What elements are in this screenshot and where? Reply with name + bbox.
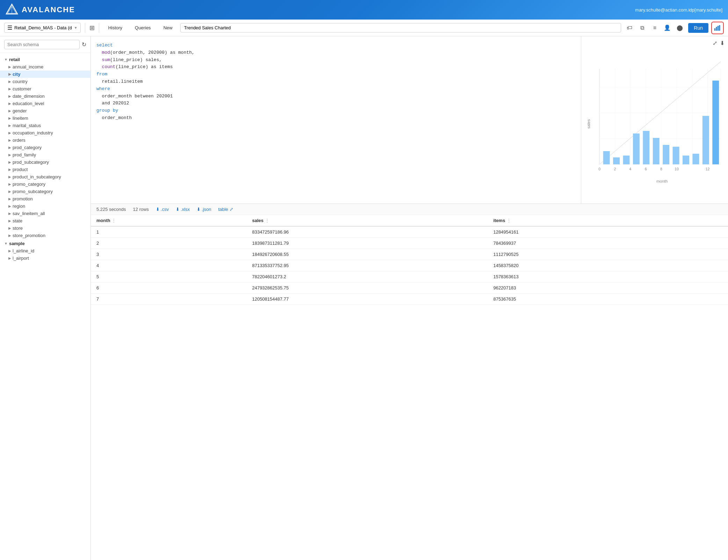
tree-item-prod_subcategory[interactable]: ▶ prod_subcategory xyxy=(0,159,90,166)
tree-item-product[interactable]: ▶ product xyxy=(0,166,90,173)
tree-item-l_airline_id[interactable]: ▶ l_airline_id xyxy=(0,247,90,255)
table-row: 2 183987311281.79 784369937 xyxy=(91,238,728,249)
tree-item-promotion[interactable]: ▶ promotion xyxy=(0,195,90,202)
data-table: month ⋮ sales ⋮ items ⋮ 1 833472597186.9… xyxy=(91,215,728,305)
cell-month: 6 xyxy=(91,282,247,294)
retail-group: ▼ retail ▶ annual_income ▶ city ▶ countr… xyxy=(0,56,90,239)
svg-rect-29 xyxy=(673,147,679,164)
chart-toolbar: ⤢ ⬇ xyxy=(585,40,725,46)
open-external-icon-btn[interactable]: ⤢ xyxy=(713,40,717,46)
toolbar-icons: 🏷 ⧉ ≡ 👤 ⬤ xyxy=(624,22,685,34)
results-area: 5.225 seconds 12 rows ⬇ .csv ⬇ .xlsx ⬇ .… xyxy=(91,204,728,560)
results-tbody: 1 833472597186.96 1284954161 2 183987311… xyxy=(91,226,728,305)
table-row: 7 120508154487.77 875367635 xyxy=(91,294,728,305)
results-table: month ⋮ sales ⋮ items ⋮ 1 833472597186.9… xyxy=(91,215,728,560)
tree-item-region[interactable]: ▶ region xyxy=(0,202,90,210)
svg-text:8: 8 xyxy=(660,167,662,171)
refresh-button[interactable]: ↻ xyxy=(82,41,86,48)
chart-view-button[interactable] xyxy=(711,22,724,34)
tree-item-store_promotion[interactable]: ▶ store_promotion xyxy=(0,232,90,239)
copy-icon-btn[interactable]: ⧉ xyxy=(636,22,648,34)
tree-item-education_level[interactable]: ▶ education_level xyxy=(0,100,90,107)
cell-sales: 247932862535.75 xyxy=(247,282,488,294)
tree-item-city[interactable]: ▶ city xyxy=(0,71,90,78)
col-header-month: month ⋮ xyxy=(91,215,247,226)
cell-sales: 184926720608.55 xyxy=(247,249,488,260)
tree-item-product_in_subcategory[interactable]: ▶ product_in_subcategory xyxy=(0,173,90,180)
tree-item-store[interactable]: ▶ store xyxy=(0,224,90,232)
tree-item-state[interactable]: ▶ state xyxy=(0,217,90,224)
tree-item-customer[interactable]: ▶ customer xyxy=(0,85,90,93)
share-icon-btn[interactable]: ⬤ xyxy=(674,22,685,34)
tree-item-prod_family[interactable]: ▶ prod_family xyxy=(0,151,90,159)
query-time: 5.225 seconds xyxy=(96,207,126,212)
retail-arrow: ▼ xyxy=(4,58,8,61)
bar-chart: sales month xyxy=(585,48,725,200)
svg-rect-24 xyxy=(623,156,629,164)
chart-wrapper: sales month xyxy=(585,48,725,200)
export-csv-button[interactable]: ⬇ .csv xyxy=(156,207,169,212)
results-header: 5.225 seconds 12 rows ⬇ .csv ⬇ .xlsx ⬇ .… xyxy=(91,204,728,215)
cell-extra xyxy=(672,260,728,271)
query-title-input[interactable] xyxy=(180,23,621,32)
cell-items: 1284954161 xyxy=(488,226,671,238)
query-editor[interactable]: select mod(order_month, 202000) as month… xyxy=(91,36,581,204)
tree-item-lineitem[interactable]: ▶ lineitem xyxy=(0,115,90,122)
logo: AVALANCHE xyxy=(6,3,75,16)
user-icon-btn[interactable]: 👤 xyxy=(662,22,673,34)
svg-rect-30 xyxy=(683,156,689,164)
cell-month: 3 xyxy=(91,249,247,260)
cell-items: 875367635 xyxy=(488,294,671,305)
cell-extra xyxy=(672,238,728,249)
export-xlsx-button[interactable]: ⬇ .xlsx xyxy=(176,207,190,212)
tree-item-sav_lineitem_all[interactable]: ▶ sav_lineitem_all xyxy=(0,210,90,217)
svg-rect-27 xyxy=(653,138,660,164)
queries-button[interactable]: Queries xyxy=(130,23,156,32)
svg-text:10: 10 xyxy=(675,167,679,171)
table-view-link[interactable]: table ⤢ xyxy=(218,207,233,212)
new-button[interactable]: New xyxy=(159,23,177,32)
tree-item-date_dimension[interactable]: ▶ date_dimension xyxy=(0,93,90,100)
tree-item-orders[interactable]: ▶ orders xyxy=(0,137,90,144)
schema-tree: ▼ retail ▶ annual_income ▶ city ▶ countr… xyxy=(0,53,90,560)
list-icon-btn[interactable]: ≡ xyxy=(649,22,660,34)
tree-item-marital_status[interactable]: ▶ marital_status xyxy=(0,122,90,129)
export-json-button[interactable]: ⬇ .json xyxy=(197,207,211,212)
cell-extra xyxy=(672,294,728,305)
tag-icon-btn[interactable]: 🏷 xyxy=(624,22,635,34)
sample-group-label[interactable]: ▼ sample xyxy=(0,240,90,247)
svg-rect-25 xyxy=(633,133,640,164)
tree-item-annual_income[interactable]: ▶ annual_income xyxy=(0,63,90,71)
svg-rect-32 xyxy=(702,116,709,164)
tree-item-country[interactable]: ▶ country xyxy=(0,78,90,85)
table-row: 6 247932862535.75 962207183 xyxy=(91,282,728,294)
retail-group-label[interactable]: ▼ retail xyxy=(0,56,90,63)
logo-icon xyxy=(6,3,18,16)
cell-extra xyxy=(672,226,728,238)
svg-rect-5 xyxy=(718,26,719,31)
svg-rect-6 xyxy=(719,25,720,31)
tree-item-promo_subcategory[interactable]: ▶ promo_subcategory xyxy=(0,188,90,195)
table-icon[interactable]: ⊞ xyxy=(89,24,95,32)
tree-item-l_airport[interactable]: ▶ l_airport xyxy=(0,255,90,262)
svg-rect-26 xyxy=(643,131,649,164)
svg-text:4: 4 xyxy=(629,167,632,171)
tree-item-prod_category[interactable]: ▶ prod_category xyxy=(0,144,90,151)
search-area: ↻ xyxy=(0,36,90,53)
bar-chart-icon xyxy=(714,25,721,31)
run-button[interactable]: Run xyxy=(688,23,708,33)
db-selector[interactable]: ☰ Retail_Demo_MAS - Data (d ▼ xyxy=(4,23,81,33)
download-chart-btn[interactable]: ⬇ xyxy=(720,40,725,46)
cell-items: 962207183 xyxy=(488,282,671,294)
history-button[interactable]: History xyxy=(103,23,127,32)
schema-search-input[interactable] xyxy=(4,40,80,49)
tree-item-gender[interactable]: ▶ gender xyxy=(0,107,90,115)
divider-1 xyxy=(85,23,85,33)
query-chart-area: select mod(order_month, 202000) as month… xyxy=(91,36,728,204)
cell-month: 2 xyxy=(91,238,247,249)
svg-text:month: month xyxy=(656,179,668,183)
tree-item-occupation_industry[interactable]: ▶ occupation_industry xyxy=(0,129,90,137)
svg-text:6: 6 xyxy=(645,167,647,171)
cell-month: 7 xyxy=(91,294,247,305)
tree-item-promo_category[interactable]: ▶ promo_category xyxy=(0,180,90,188)
